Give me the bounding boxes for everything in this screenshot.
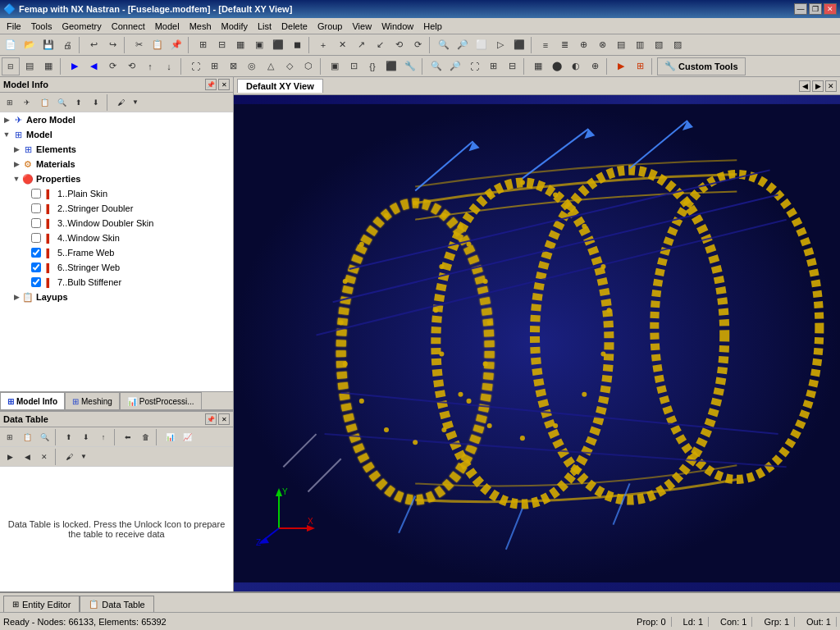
tree-elements[interactable]: ▶ ⊞ Elements <box>0 142 233 157</box>
menu-file[interactable]: File <box>2 20 26 33</box>
tab-model-info[interactable]: ⊞ Model Info <box>0 392 65 409</box>
tb2-b10[interactable]: ⛶ <box>186 57 204 75</box>
tree-prop-5[interactable]: ▌ 5..Frame Web <box>0 245 233 260</box>
tb2-b4[interactable]: ▶ <box>66 57 84 75</box>
tb2-b19[interactable]: {} <box>363 57 381 75</box>
tb-b6[interactable]: ◼ <box>288 36 306 54</box>
dt2-dropdown[interactable]: ▼ <box>78 449 89 465</box>
tb-paste[interactable]: 📌 <box>167 36 185 54</box>
dt-tb-b1[interactable]: ⊞ <box>2 429 18 445</box>
tb-b17[interactable]: ⬛ <box>510 36 528 54</box>
tb-b21[interactable]: ⊗ <box>593 36 611 54</box>
tree-layups[interactable]: ▶ 📋 Layups <box>0 290 233 304</box>
menu-modify[interactable]: Modify <box>217 20 253 33</box>
check-prop-1[interactable] <box>31 189 41 199</box>
custom-tools-button[interactable]: 🔧 Custom Tools <box>657 57 746 75</box>
tb2-b14[interactable]: △ <box>262 57 280 75</box>
data-table-pin[interactable]: 📌 <box>205 413 217 425</box>
tree-prop-4[interactable]: ▌ 4..Window Skin <box>0 231 233 245</box>
vp-prev[interactable]: ◀ <box>799 80 810 92</box>
tb-b2[interactable]: ⊟ <box>212 36 231 54</box>
check-prop-6[interactable] <box>31 262 41 272</box>
check-prop-3[interactable] <box>31 218 41 228</box>
menu-mesh[interactable]: Mesh <box>185 20 217 33</box>
tb-print[interactable]: 🖨 <box>58 36 76 54</box>
expand-elements[interactable]: ▶ <box>11 145 21 153</box>
mi-tb-b4[interactable]: 🔍 <box>53 94 70 111</box>
vp-next[interactable]: ▶ <box>812 80 824 92</box>
tb2-b9[interactable]: ↓ <box>160 57 178 75</box>
menu-view[interactable]: View <box>347 20 377 33</box>
tb2-b26[interactable]: ⊟ <box>503 57 521 75</box>
tb-b5[interactable]: ⬛ <box>269 36 287 54</box>
tab-postprocessing[interactable]: 📊 PostProcessi... <box>120 392 202 409</box>
mi-tb-b6[interactable]: ⬇ <box>88 94 104 111</box>
tb-b9[interactable]: ↗ <box>352 36 370 54</box>
menu-window[interactable]: Window <box>377 20 418 33</box>
tb2-b11[interactable]: ⊞ <box>205 57 223 75</box>
tb2-b28[interactable]: ⬤ <box>548 57 566 75</box>
tb2-b24[interactable]: ⛶ <box>465 57 483 75</box>
dt2-tb-b4[interactable]: 🖌 <box>61 449 77 465</box>
dt2-tb-b1[interactable]: ▶ <box>2 449 18 465</box>
tb2-b17[interactable]: ▣ <box>326 57 344 75</box>
pin-button[interactable]: 📌 <box>205 79 217 90</box>
mi-tb-b2[interactable]: ✈ <box>19 94 35 111</box>
check-prop-7[interactable] <box>31 277 41 287</box>
tb2-b18[interactable]: ⊡ <box>345 57 363 75</box>
expand-model[interactable]: ▼ <box>2 130 11 139</box>
tb2-b16[interactable]: ⬡ <box>299 57 317 75</box>
tree-prop-7[interactable]: ▌ 7..Bulb Stiffener <box>0 275 233 290</box>
tb2-b22[interactable]: 🔍 <box>427 57 445 75</box>
tree-prop-2[interactable]: ▌ 2..Stringer Doubler <box>0 201 233 216</box>
tb2-b7[interactable]: ⟲ <box>122 57 140 75</box>
mi-tb-b1[interactable]: ⊞ <box>2 94 18 111</box>
tb2-b13[interactable]: ◎ <box>243 57 261 75</box>
bottom-tab-data-table[interactable]: 📋 Data Table <box>80 596 153 612</box>
tb2-b25[interactable]: ⊞ <box>484 57 502 75</box>
tb2-b29[interactable]: ◐ <box>567 57 585 75</box>
tree-prop-1[interactable]: ▌ 1..Plain Skin <box>0 186 233 201</box>
mi-tb-dropdown[interactable]: ▼ <box>130 94 141 111</box>
tb-b20[interactable]: ⊕ <box>574 36 592 54</box>
tb2-b8[interactable]: ↑ <box>141 57 159 75</box>
menu-model[interactable]: Model <box>150 20 185 33</box>
tab-meshing[interactable]: ⊞ Meshing <box>65 392 120 409</box>
tb2-b3[interactable]: ▦ <box>39 57 57 75</box>
tb-b19[interactable]: ≣ <box>555 36 573 54</box>
tb-b14[interactable]: 🔎 <box>454 36 472 54</box>
mi-tb-b5[interactable]: ⬆ <box>71 94 87 111</box>
menu-connect[interactable]: Connect <box>107 20 150 33</box>
tb2-b12[interactable]: ⊠ <box>224 57 242 75</box>
bottom-tab-entity-editor[interactable]: ⊞ Entity Editor <box>3 596 80 612</box>
tb-b16[interactable]: ▷ <box>491 36 509 54</box>
tb-save[interactable]: 💾 <box>39 36 57 54</box>
viewport[interactable]: V: Default XY View L: Torque C: Constrai… <box>234 95 840 591</box>
dt-tb-b3[interactable]: 🔍 <box>36 429 52 445</box>
tb2-b1[interactable]: ⊟ <box>2 57 20 75</box>
dt-tb-b10[interactable]: 📈 <box>179 429 195 445</box>
dt-tb-b2[interactable]: 📋 <box>19 429 35 445</box>
menu-geometry[interactable]: Geometry <box>57 20 106 33</box>
menu-tools[interactable]: Tools <box>26 20 57 33</box>
tb-copy[interactable]: 📋 <box>148 36 167 54</box>
menu-delete[interactable]: Delete <box>276 20 313 33</box>
tb-b25[interactable]: ▨ <box>669 36 687 54</box>
minimize-button[interactable]: — <box>794 3 807 15</box>
dt-tb-b7[interactable]: ⬅ <box>120 429 136 445</box>
tb-b22[interactable]: ▤ <box>612 36 630 54</box>
vp-close[interactable]: ✕ <box>825 80 837 92</box>
dt-tb-b4[interactable]: ⬆ <box>61 429 77 445</box>
model-info-close[interactable]: ✕ <box>218 79 230 90</box>
model-tree[interactable]: ▶ ✈ Aero Model ▼ ⊞ Model ▶ ⊞ Elements <box>0 112 233 391</box>
tb2-b20[interactable]: ⬛ <box>382 57 400 75</box>
tb2-b27[interactable]: ▦ <box>529 57 547 75</box>
tb-b23[interactable]: ▥ <box>631 36 649 54</box>
tb-open[interactable]: 📂 <box>21 36 39 54</box>
tree-materials[interactable]: ▶ ⚙ Materials <box>0 157 233 171</box>
tree-properties[interactable]: ▼ 🔴 Properties <box>0 171 233 186</box>
expand-materials[interactable]: ▶ <box>11 160 21 168</box>
dt-tb-b6[interactable]: ↑ <box>95 429 112 445</box>
check-prop-4[interactable] <box>31 233 41 243</box>
viewport-tab[interactable]: Default XY View <box>237 79 323 93</box>
